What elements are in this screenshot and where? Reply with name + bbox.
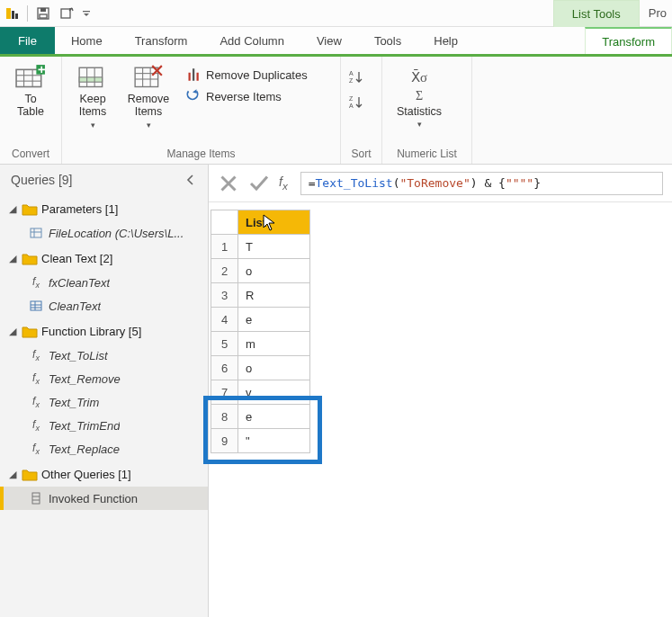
query-item[interactable]: fxText_Remove [0, 367, 208, 390]
column-header-list[interactable]: List [238, 210, 310, 235]
refresh-icon[interactable] [57, 4, 76, 23]
table-icon [29, 299, 43, 313]
query-item[interactable]: CleanText [0, 294, 208, 317]
row-number: 4 [211, 308, 238, 332]
svg-text:A: A [349, 103, 354, 109]
sort-asc-button[interactable]: AZ [346, 67, 366, 87]
save-icon[interactable] [33, 4, 53, 23]
tab-transform[interactable]: Transform [119, 27, 204, 54]
table-row[interactable]: 9" [211, 429, 310, 453]
qat-divider [27, 5, 28, 22]
fx-icon: fx [29, 442, 43, 456]
to-table-button[interactable]: To Table [5, 60, 56, 119]
query-item[interactable]: fxText_Replace [0, 437, 208, 461]
cell-value[interactable]: R [238, 283, 310, 308]
formula-input[interactable]: = Text_ToList ( "ToRemove" ) & { """" } [300, 172, 663, 195]
table-row[interactable]: 8e [211, 405, 310, 429]
remove-items-icon [133, 64, 164, 91]
reverse-items-button[interactable]: Reverse Items [179, 85, 313, 107]
chevron-down-icon: ▾ [147, 121, 151, 130]
tab-help[interactable]: Help [417, 27, 474, 54]
svg-text:Z: Z [349, 77, 354, 84]
query-item[interactable]: FileLocation (C:\Users\L... [0, 221, 208, 245]
cell-value[interactable]: o [238, 259, 310, 283]
svg-rect-15 [79, 77, 103, 82]
row-number: 6 [211, 356, 238, 380]
keep-items-button[interactable]: Keep Items ▾ [67, 60, 118, 130]
fx-label: fx [279, 174, 288, 192]
ribbon-group-convert-label: Convert [5, 146, 56, 164]
tree-group-header[interactable]: ◢Parameters [1] [0, 197, 208, 221]
statistics-button[interactable]: X̄σ Σ Statistics ▾ [388, 60, 451, 130]
tree-group-header[interactable]: ◢Other Queries [1] [0, 462, 208, 487]
query-item[interactable]: fxText_Trim [0, 390, 208, 414]
tree-group-header[interactable]: ◢Clean Text [2] [0, 246, 208, 271]
query-item-label: Text_Replace [49, 443, 120, 456]
cancel-formula-icon[interactable] [218, 173, 239, 194]
tab-tools[interactable]: Tools [358, 27, 417, 54]
query-item[interactable]: fxText_ToList [0, 344, 208, 367]
svg-rect-4 [40, 8, 46, 12]
table-row[interactable]: 5m [211, 332, 310, 356]
qat-expand-icon[interactable] [80, 9, 93, 18]
chevron-down-icon: ▾ [91, 121, 95, 130]
ribbon-group-sort: AZ ZA Sort [341, 57, 382, 164]
tab-file[interactable]: File [0, 27, 55, 54]
cell-value[interactable]: T [238, 235, 310, 259]
collapse-pane-icon[interactable] [183, 172, 199, 188]
remove-items-button[interactable]: Remove Items ▾ [123, 60, 174, 130]
statistics-icon: X̄σ [404, 64, 435, 91]
cell-value[interactable]: v [238, 380, 310, 405]
tab-view[interactable]: View [300, 27, 358, 54]
table-row[interactable]: 7v [211, 380, 310, 405]
tab-home[interactable]: Home [55, 27, 119, 54]
caret-down-icon: ◢ [9, 253, 18, 264]
tree-group: ◢Function Library [5]fxText_ToListfxText… [0, 319, 208, 461]
svg-rect-24 [193, 68, 194, 81]
grid-corner[interactable] [211, 210, 238, 235]
remove-duplicates-button[interactable]: Remove Duplicates [179, 64, 313, 85]
remove-duplicates-label: Remove Duplicates [206, 68, 308, 82]
tree-group-header[interactable]: ◢Function Library [5] [0, 319, 208, 344]
query-item[interactable]: fxfxCleanText [0, 271, 208, 294]
fx-icon: fx [29, 371, 43, 386]
tree-group: ◢Parameters [1]FileLocation (C:\Users\L.… [0, 197, 208, 245]
query-item-label: Text_ToList [49, 349, 108, 362]
cell-value[interactable]: e [238, 405, 310, 429]
data-grid[interactable]: List 1T2o3R4e5m6o7v8e9" [211, 210, 310, 453]
cell-value[interactable]: o [238, 356, 310, 380]
reverse-items-label: Reverse Items [206, 90, 282, 103]
formula-arg: "ToRemove" [399, 176, 470, 190]
formula-bar: fx = Text_ToList ( "ToRemove" ) & { """"… [209, 165, 672, 202]
svg-text:Z: Z [349, 95, 354, 102]
svg-rect-0 [6, 8, 11, 19]
query-item[interactable]: Invoked Function [0, 487, 208, 510]
table-row[interactable]: 2o [211, 259, 310, 283]
commit-formula-icon[interactable] [248, 173, 270, 194]
tab-list-transform[interactable]: Transform [585, 27, 672, 54]
keep-items-icon [77, 64, 108, 91]
row-number: 9 [211, 429, 238, 453]
svg-rect-2 [15, 13, 18, 19]
svg-rect-5 [40, 14, 47, 18]
cell-value[interactable]: e [238, 308, 310, 332]
cell-value[interactable]: m [238, 332, 310, 356]
column-header-label: List [246, 216, 266, 229]
table-row[interactable]: 6o [211, 356, 310, 380]
sort-desc-button[interactable]: ZA [346, 93, 366, 112]
tab-add-column[interactable]: Add Column [203, 27, 300, 54]
table-row[interactable]: 3R [211, 283, 310, 308]
caret-down-icon: ◢ [9, 203, 18, 215]
ribbon-group-convert: To Table Convert [0, 57, 62, 164]
fx-icon: fx [29, 275, 43, 290]
table-row[interactable]: 4e [211, 308, 310, 332]
cell-value[interactable]: " [238, 429, 310, 453]
tree-group-label: Function Library [5] [41, 325, 141, 338]
formula-tail-close: } [533, 176, 541, 190]
queries-header: Queries [9] [0, 165, 208, 195]
window-title-truncated: Pro [640, 0, 672, 27]
table-row[interactable]: 1T [211, 235, 310, 259]
data-grid-wrapper: List 1T2o3R4e5m6o7v8e9" [209, 202, 672, 453]
query-item[interactable]: fxText_TrimEnd [0, 414, 208, 437]
row-number: 5 [211, 332, 238, 356]
